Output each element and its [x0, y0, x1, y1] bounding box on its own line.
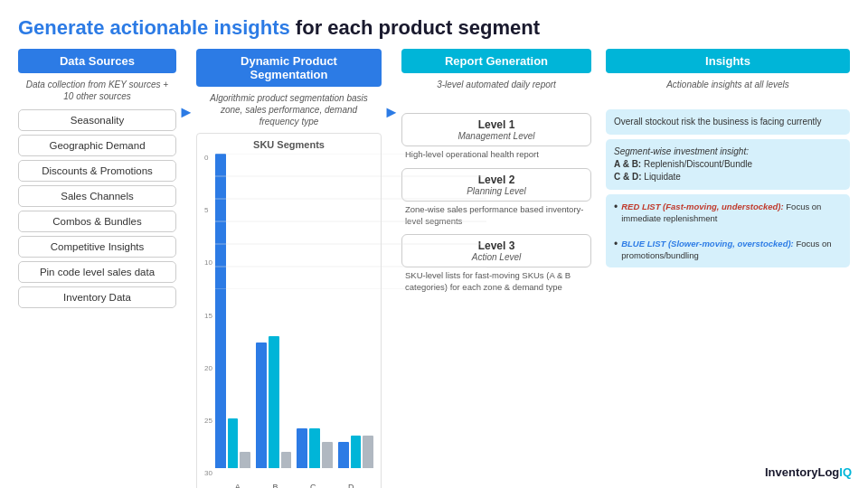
- insight-1: Overall stockout risk the business is fa…: [606, 109, 850, 135]
- level-subtitle-1: Management Level: [410, 131, 583, 141]
- data-source-item: Competitive Insights: [18, 236, 176, 258]
- report-levels: Level 1Management LevelHigh-level operat…: [401, 109, 591, 294]
- report-subtext: 3-level automated daily report: [401, 79, 591, 104]
- insight-2-text: Segment-wise investment insight:: [614, 146, 749, 156]
- insight-3-bullet-text-1: BLUE LIST (Slower-moving, overstocked): …: [621, 238, 842, 262]
- report-level-1: Level 1Management LevelHigh-level operat…: [401, 113, 591, 161]
- data-source-item: Combos & Bundles: [18, 211, 176, 232]
- chart-bar: [338, 442, 349, 468]
- bar-group: [297, 428, 332, 468]
- segmentation-header: Dynamic Product Segmentation: [196, 49, 382, 87]
- level-box-2: Level 2Planning Level: [401, 168, 591, 202]
- report-level-2: Level 2Planning LevelZone-wise sales per…: [401, 168, 591, 228]
- level-title-3: Level 3: [410, 239, 583, 252]
- chart-bar: [309, 428, 320, 468]
- bar-group: [256, 336, 291, 469]
- chart-bar: [297, 428, 307, 468]
- x-label: C: [294, 483, 332, 488]
- bar-group: [215, 154, 250, 468]
- bullet-icon: •: [614, 238, 618, 262]
- insight-2: Segment-wise investment insight: A & B: …: [606, 139, 850, 190]
- level-box-3: Level 3Action Level: [401, 234, 591, 267]
- insight-3-bullet-0: •RED LIST (Fast-moving, understocked): F…: [614, 201, 842, 225]
- chart-bar: [351, 436, 362, 469]
- chart-bar: [363, 436, 373, 469]
- insight-2-ab-label: A & B:: [614, 159, 641, 169]
- y-label: 15: [204, 312, 212, 320]
- data-source-item: Geographic Demand: [18, 135, 176, 156]
- arrow-2-col: ►: [382, 49, 401, 122]
- y-label: 5: [204, 206, 212, 214]
- y-label: 10: [204, 258, 212, 267]
- chart-x-labels: ABCD: [215, 483, 373, 488]
- bullet-label-1: BLUE LIST (Slower-moving, overstocked):: [621, 239, 794, 249]
- col-report: Report Generation 3-level automated dail…: [401, 49, 591, 294]
- y-label: 25: [204, 417, 212, 425]
- level-desc-1: High-level operational health report: [401, 149, 591, 161]
- arrow-3-col: [591, 49, 606, 103]
- x-label: A: [219, 483, 257, 488]
- insight-2-ab-text: Replenish/Discount/Bundle: [641, 159, 752, 169]
- chart-bar: [256, 343, 267, 468]
- y-label: 30: [204, 469, 212, 477]
- col-segmentation: Dynamic Product Segmentation Algorithmic…: [196, 49, 382, 488]
- col-insights: Insights Actionable insights at all leve…: [606, 49, 850, 267]
- bullet-icon: •: [614, 201, 618, 225]
- insight-3: •RED LIST (Fast-moving, understocked): F…: [606, 194, 850, 267]
- chart-bars-area: [215, 154, 373, 483]
- chart-bar: [228, 418, 239, 468]
- page-title: Generate actionable insights for each pr…: [18, 16, 850, 40]
- chart-bar: [240, 452, 250, 468]
- data-source-item: Inventory Data: [18, 286, 176, 308]
- level-title-2: Level 2: [410, 174, 583, 186]
- arrow-2-icon: ►: [383, 103, 400, 122]
- segmentation-subtext: Algorithmic product segmentation basis z…: [196, 92, 382, 127]
- chart-bar: [281, 452, 292, 468]
- insights-content: Overall stockout risk the business is fa…: [606, 109, 850, 267]
- data-sources-header: Data Sources: [18, 49, 176, 73]
- insight-3-bullet-1: •BLUE LIST (Slower-moving, overstocked):…: [614, 238, 842, 262]
- chart-container: SKU Segments 302520151050 ABCD RegularIr…: [196, 133, 382, 488]
- insights-subtext: Actionable insights at all levels: [606, 79, 850, 104]
- data-source-item: Sales Channels: [18, 185, 176, 207]
- y-label: 20: [204, 364, 212, 372]
- data-source-item: Pin code level sales data: [18, 261, 176, 283]
- logo-color: IQ: [839, 465, 852, 479]
- title-bold: for each product segment: [290, 16, 540, 39]
- insight-3-bullet-text-0: RED LIST (Fast-moving, understocked): Fo…: [621, 201, 842, 225]
- level-desc-2: Zone-wise sales performance based invent…: [401, 204, 591, 228]
- level-subtitle-2: Planning Level: [410, 186, 583, 196]
- data-source-item: Seasonality: [18, 109, 176, 131]
- chart-bar: [322, 442, 333, 468]
- bar-group: [338, 436, 373, 469]
- chart-y-labels: 302520151050: [204, 154, 212, 488]
- report-level-3: Level 3Action LevelSKU-level lists for f…: [401, 234, 591, 294]
- chart-title: SKU Segments: [204, 139, 373, 150]
- logo-black: InventoryLog: [765, 465, 839, 479]
- level-box-1: Level 1Management Level: [401, 113, 591, 146]
- level-desc-3: SKU-level lists for fast-moving SKUs (A …: [401, 270, 591, 294]
- chart-bar: [215, 154, 226, 468]
- x-label: D: [332, 483, 370, 488]
- footer-logo: InventoryLogIQ: [765, 465, 852, 479]
- content-row: Data Sources Data collection from KEY so…: [18, 49, 850, 488]
- chart-bar: [269, 336, 279, 469]
- data-sources-subtext: Data collection from KEY sources + 10 ot…: [18, 79, 176, 104]
- arrow-1-icon: ►: [178, 103, 194, 122]
- insights-header: Insights: [606, 49, 850, 73]
- x-label: B: [257, 483, 295, 488]
- data-source-items: SeasonalityGeographic DemandDiscounts & …: [18, 109, 176, 308]
- report-header: Report Generation: [401, 49, 591, 73]
- bullet-label-0: RED LIST (Fast-moving, understocked):: [621, 202, 783, 211]
- level-subtitle-3: Action Level: [410, 252, 583, 262]
- title-italic: Generate actionable insights: [18, 16, 290, 39]
- level-title-1: Level 1: [410, 118, 583, 131]
- y-label: 0: [204, 154, 212, 162]
- insight-2-cd-text: Liquidate: [642, 172, 681, 182]
- insight-2-cd-label: C & D:: [614, 172, 642, 182]
- data-source-item: Discounts & Promotions: [18, 160, 176, 182]
- col-data-sources: Data Sources Data collection from KEY so…: [18, 49, 176, 308]
- arrow-1-col: ►: [176, 49, 196, 122]
- page-container: Generate actionable insights for each pr…: [0, 0, 868, 488]
